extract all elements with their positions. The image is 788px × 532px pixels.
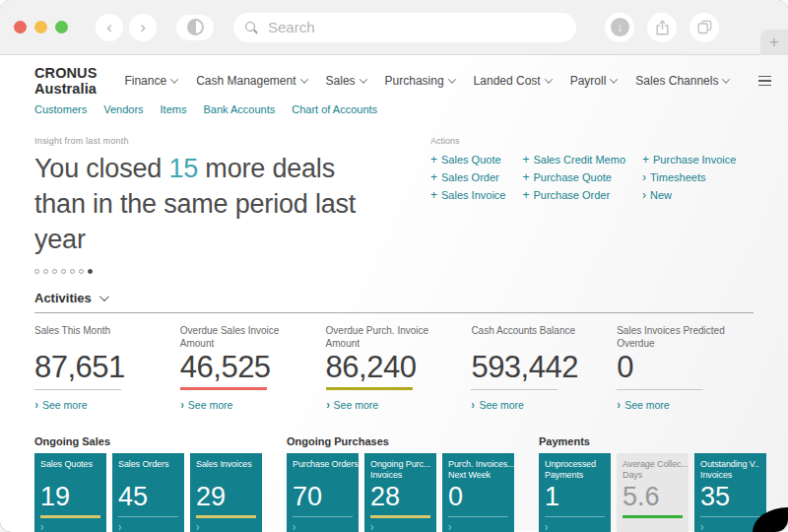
back-button[interactable]: ‹ xyxy=(96,14,123,41)
action-payments[interactable]: ›Paym xyxy=(753,151,754,168)
group-ongoing-purchases: Ongoing Purchases Purchase Orders 70 › O… xyxy=(287,435,514,532)
tile-underline xyxy=(448,516,508,517)
plus-icon: + xyxy=(430,171,437,183)
chevron-right-icon: › xyxy=(180,399,183,411)
nav-menu-purchasing[interactable]: Purchasing xyxy=(385,74,455,88)
action-sales-quote[interactable]: +Sales Quote xyxy=(430,151,505,168)
action-sales-invoice[interactable]: +Sales Invoice xyxy=(430,186,505,204)
link-items[interactable]: Items xyxy=(161,103,187,115)
chevron-right-icon: › xyxy=(618,399,621,411)
company-name[interactable]: CRONUS Australia xyxy=(34,65,97,97)
tile-underline xyxy=(370,515,430,518)
chevron-down-icon xyxy=(99,292,109,301)
tabs-overview-button[interactable] xyxy=(690,13,719,42)
address-search-bar[interactable] xyxy=(233,13,576,42)
carousel-dot[interactable] xyxy=(88,269,93,274)
chevron-down-icon xyxy=(544,75,552,83)
chevron-right-icon: › xyxy=(753,171,754,183)
action-sales-credit-memo[interactable]: +Sales Credit Memo xyxy=(522,151,625,168)
see-more-link[interactable]: ›See more xyxy=(617,399,754,411)
hamburger-menu-button[interactable] xyxy=(758,76,771,87)
actions-column: +Purchase Invoice ›Timesheets ›New xyxy=(642,151,736,204)
nav-menu-cash-management[interactable]: Cash Management xyxy=(196,74,306,88)
tile-ongoing-purchase-invoices[interactable]: Ongoing Purc...Invoices 28 › xyxy=(364,453,436,532)
tile-sales-orders[interactable]: Sales Orders 45 › xyxy=(112,453,184,532)
chevron-down-icon xyxy=(610,75,618,83)
nav-menu-landed-cost[interactable]: Landed Cost xyxy=(474,74,552,88)
action-timesheets[interactable]: ›Timesheets xyxy=(642,168,736,186)
link-chart-of-accounts[interactable]: Chart of Accounts xyxy=(292,103,377,115)
nav-menu-sales[interactable]: Sales xyxy=(326,74,366,88)
link-customers[interactable]: Customers xyxy=(34,103,87,115)
plus-icon: + xyxy=(522,189,529,201)
browser-window: ‹ › ↓ + CRONUS Australia Finance Cash Ma… xyxy=(0,0,788,532)
carousel-dot[interactable] xyxy=(79,269,84,274)
tile-underline xyxy=(700,516,760,517)
actions-column: +Sales Credit Memo +Purchase Quote +Purc… xyxy=(522,151,625,204)
group-payments: Payments UnprocessedPayments 1 › Average… xyxy=(539,435,766,532)
carousel-dot[interactable] xyxy=(70,269,75,274)
tile-sales-quotes[interactable]: Sales Quotes 19 › xyxy=(34,453,106,532)
kpi-underline xyxy=(34,389,121,390)
see-more-link[interactable]: ›See more xyxy=(180,399,317,411)
top-navigation: CRONUS Australia Finance Cash Management… xyxy=(34,69,754,93)
carousel-dot[interactable] xyxy=(34,269,39,274)
kpi-overdue-sales-invoice: Overdue Sales Invoice Amount 46,525 ›See… xyxy=(180,325,317,411)
close-window-button[interactable] xyxy=(14,21,27,33)
action-purchase-order[interactable]: +Purchase Order xyxy=(522,186,625,204)
tile-sales-invoices[interactable]: Sales Invoices 29 › xyxy=(190,453,262,532)
search-icon xyxy=(245,21,259,34)
share-button[interactable] xyxy=(647,13,677,42)
action-new[interactable]: ›New xyxy=(642,186,736,204)
search-input[interactable] xyxy=(266,18,564,36)
chevron-right-icon: › xyxy=(34,399,37,411)
minimize-window-button[interactable] xyxy=(34,21,47,33)
see-more-link[interactable]: ›See more xyxy=(471,399,608,411)
sidebar-icon xyxy=(187,19,204,35)
carousel-dot[interactable] xyxy=(61,269,66,274)
kpi-value: 87,651 xyxy=(34,352,171,382)
carousel-dot[interactable] xyxy=(43,269,48,274)
download-icon: ↓ xyxy=(611,18,629,36)
nav-menu-finance[interactable]: Finance xyxy=(124,74,177,88)
insight-headline: You closed 15 more deals than in the sam… xyxy=(34,151,401,257)
new-tab-button[interactable]: + xyxy=(760,30,788,55)
kpi-value: 593,442 xyxy=(471,352,608,382)
downloads-button[interactable]: ↓ xyxy=(605,13,634,42)
chevron-right-icon: › xyxy=(448,522,496,532)
tabs-icon xyxy=(697,20,712,34)
activities-header[interactable]: Activities xyxy=(34,291,754,313)
insight-highlight: 15 xyxy=(168,154,198,183)
carousel-dot[interactable] xyxy=(52,269,57,274)
chevron-down-icon xyxy=(359,75,366,83)
traffic-lights xyxy=(14,21,68,33)
chevron-right-icon: › xyxy=(118,522,166,532)
tile-average-collection-days[interactable]: Average Collec...Days 5.6 xyxy=(617,453,689,532)
plus-icon: + xyxy=(522,154,529,166)
nav-menu-sales-channels[interactable]: Sales Channels xyxy=(635,74,729,88)
group-ongoing-sales: Ongoing Sales Sales Quotes 19 › Sales Or… xyxy=(34,435,262,532)
tile-purchase-orders[interactable]: Purchase Orders 70 › xyxy=(287,453,359,532)
nav-menu-payroll[interactable]: Payroll xyxy=(570,74,618,88)
actions-column: ›Paym ›Repo xyxy=(753,151,754,204)
action-sales-order[interactable]: +Sales Order xyxy=(430,168,505,186)
chevron-right-icon: › xyxy=(642,189,646,201)
sidebar-toggle-button[interactable] xyxy=(176,15,214,40)
action-purchase-quote[interactable]: +Purchase Quote xyxy=(522,168,625,186)
forward-button[interactable]: › xyxy=(129,14,157,41)
kpi-underline xyxy=(471,389,558,390)
zoom-window-button[interactable] xyxy=(55,21,68,33)
see-more-link[interactable]: ›See more xyxy=(34,399,171,411)
action-reports[interactable]: ›Repo xyxy=(753,168,754,186)
see-more-link[interactable]: ›See more xyxy=(326,399,463,411)
link-vendors[interactable]: Vendors xyxy=(103,103,143,115)
tile-purch-invoices-next-week[interactable]: Purch. Invoices...Next Week 0 › xyxy=(442,453,514,532)
action-purchase-invoice[interactable]: +Purchase Invoice xyxy=(642,151,736,168)
chevron-right-icon: › xyxy=(140,19,146,35)
chevron-right-icon: › xyxy=(753,154,754,166)
actions-column: +Sales Quote +Sales Order +Sales Invoice xyxy=(430,151,505,204)
browser-chrome: ‹ › ↓ + xyxy=(0,0,788,55)
kpi-overdue-purch-invoice: Overdue Purch. Invoice Amount 86,240 ›Se… xyxy=(326,325,463,411)
link-bank-accounts[interactable]: Bank Accounts xyxy=(203,103,275,115)
tile-unprocessed-payments[interactable]: UnprocessedPayments 1 › xyxy=(539,453,611,532)
